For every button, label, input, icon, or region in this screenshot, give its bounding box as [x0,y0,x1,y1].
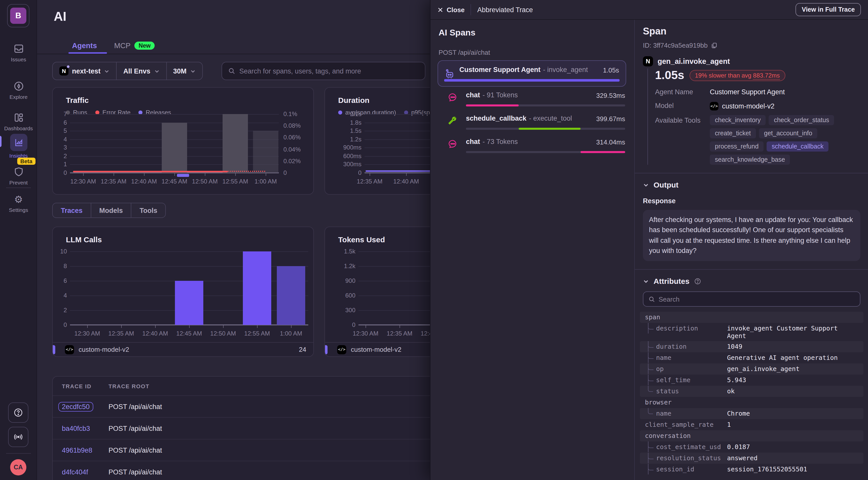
org-switcher-button[interactable]: B [7,4,29,27]
column-header-trace-id[interactable]: TRACE ID [53,383,108,389]
insights-subtabs: Traces Models Tools [52,203,166,218]
span-item[interactable]: chat- 91 Tokens329.53ms [438,91,626,114]
x-axis-tick [400,325,400,328]
sidebar-item-settings[interactable]: ⚙ Settings [0,193,37,213]
x-axis-label: 12:50 AM [205,330,241,337]
trace-id-cell: d4fc404f [53,467,108,476]
attribute-row[interactable]: descriptioninvoke_agent Customer Support… [640,323,863,341]
sidebar-item-issues[interactable]: Issues [0,42,37,62]
project-filter[interactable]: N next-test [53,62,117,79]
copy-icon[interactable] [711,42,717,49]
attribute-row[interactable]: self_time5.943 [640,375,863,386]
series-color-marker [53,345,55,354]
subtab-traces[interactable]: Traces [53,203,91,218]
traffic-card: Traffic RunsError RateReleases 765432100… [52,87,314,195]
trace-id-link[interactable]: ba40fcb3 [62,425,90,433]
attribute-row[interactable]: resolution_statusanswered [640,453,863,464]
chart-footer[interactable]: </> custom-model-v2 24 [53,342,313,356]
gear-icon: ⚙ [12,193,25,205]
span-bar [466,104,519,106]
attribute-group-row[interactable]: span [640,312,863,323]
x-axis-tick [257,325,257,328]
header-divider [471,4,471,15]
tool-chip[interactable]: get_account_info [759,128,817,138]
y-axis-label-right: 0.08% [283,122,306,129]
span-op-row: N gen_ai.invoke_agent [643,56,860,66]
attribute-row[interactable]: session_idsession_1761552055501 [640,464,863,475]
tab-mcp[interactable]: MCP New [114,41,155,50]
attribute-row[interactable]: statusok [640,386,863,397]
attribute-row[interactable]: nameGenerative AI agent operation [640,352,863,363]
tool-chip[interactable]: create_ticket [710,128,756,138]
span-op-suffix: - invoke_agent (custom… [543,66,590,73]
y-axis-label: 0 [52,169,67,177]
attributes-search[interactable] [643,291,860,307]
attribute-row[interactable]: cost_estimate_usd0.0187 [640,442,863,453]
sidebar-item-explore[interactable]: Explore [0,80,37,100]
sidebar: B Issues Explore Dashboards [0,0,37,480]
span-bar-track [466,128,625,130]
y-axis-label: 0 [339,169,362,177]
attributes-search-input[interactable] [659,295,855,303]
attribute-row[interactable]: duration1049 [640,341,863,352]
attributes-section-header[interactable]: Attributes [643,277,860,285]
tool-chip[interactable]: process_refund [710,141,764,152]
view-full-trace-button[interactable]: View in Full Trace [796,3,861,16]
gridline [70,266,308,266]
tab-agents[interactable]: Agents [72,41,97,50]
attribute-row[interactable]: nameChrome [640,408,863,419]
tool-chip[interactable]: search_knowledge_base [710,155,790,165]
close-button[interactable]: Close [438,6,465,13]
y-axis-label: 8 [52,262,67,270]
nextjs-icon: N [643,56,653,66]
trace-id-link[interactable]: 4961b9e8 [62,447,92,454]
y-axis-label-right: 0.04% [283,146,306,153]
attribute-key: span [640,312,660,322]
global-search[interactable] [222,62,425,80]
subtab-models[interactable]: Models [91,203,131,218]
y-axis-label: 1.2k [333,262,355,270]
search-input[interactable] [239,67,419,75]
sidebar-item-dashboards[interactable]: Dashboards [0,111,37,131]
subtab-tools[interactable]: Tools [131,203,165,218]
sidebar-item-insights[interactable]: Insights [0,134,37,159]
y-axis-label: 300ms [339,161,362,168]
y-axis-label: 900ms [339,144,362,151]
help-button[interactable] [8,403,28,423]
y-axis-label: 10 [52,248,67,255]
tool-chip[interactable]: schedule_callback [767,141,829,152]
environment-filter[interactable]: All Envs [117,62,167,79]
trace-drawer: Close Abbreviated Trace View in Full Tra… [430,0,868,480]
tool-chip[interactable]: check_inventory [710,115,766,125]
time-range-filter[interactable]: 30M [166,62,202,79]
chart-bar [277,266,305,325]
chat-icon [448,92,458,102]
y-axis-label: 600 [333,292,355,299]
y-axis-label: 300 [333,307,355,314]
span-bar-track [466,104,625,106]
user-menu-button[interactable]: CA [8,457,28,477]
span-item[interactable]: chat- 73 Tokens314.04ms [438,137,626,161]
y-axis-label: 4 [52,136,67,143]
span-item-selected[interactable]: Customer Support Agent- invoke_agent (cu… [438,60,626,87]
attribute-group-row[interactable]: browser [640,397,863,408]
sidebar-divider [6,453,31,454]
available-tools-label: Available Tools [655,115,710,124]
tool-chip[interactable]: check_order_status [769,115,834,125]
output-section-header[interactable]: Output [643,181,860,189]
chart-bar [175,281,203,325]
x-axis-tick [223,325,224,328]
trace-id-link[interactable]: 2ecdfc50 [58,402,93,412]
trace-id-link[interactable]: d4fc404f [62,468,88,476]
span-item[interactable]: schedule_callback- execute_tool399.67ms [438,114,626,137]
attribute-group-row[interactable]: conversation [640,430,863,442]
attribute-row[interactable]: opgen_ai.invoke_agent [640,363,863,375]
help-circle-icon[interactable] [694,278,701,285]
attribute-value: Generative AI agent operation [727,352,854,363]
attribute-value: 1049 [727,341,854,352]
model-value: </> custom-model-v2 [710,100,774,110]
broadcast-button[interactable] [8,427,28,447]
attribute-row[interactable]: client_sample_rate1 [640,419,863,430]
sidebar-item-prevent[interactable]: Prevent [0,166,37,186]
shield-icon [12,166,25,178]
